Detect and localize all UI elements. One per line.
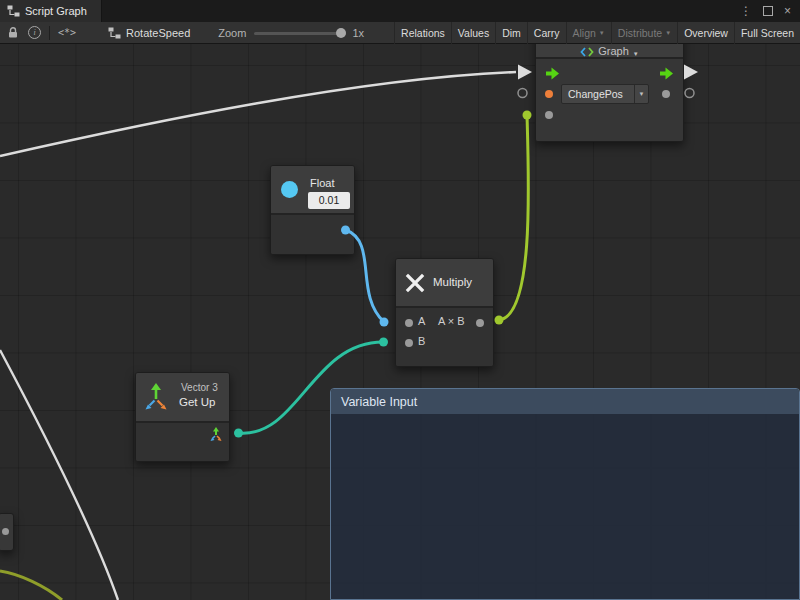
graph-selector-dropdown[interactable]: Graph ▼ bbox=[536, 44, 683, 60]
partial-node[interactable] bbox=[0, 513, 14, 551]
multiply-output-port[interactable] bbox=[495, 316, 504, 325]
visual-scripting-icon bbox=[580, 47, 594, 57]
value-in-port[interactable] bbox=[545, 111, 553, 119]
dim-button[interactable]: Dim bbox=[495, 22, 527, 44]
getup-output-port[interactable] bbox=[234, 429, 243, 438]
graph-canvas[interactable]: Variable Input Graph ▼ bbox=[0, 44, 800, 600]
flow-wire-arrowhead-out bbox=[684, 65, 698, 80]
button-label: Dim bbox=[502, 27, 521, 39]
float-type-icon bbox=[281, 181, 298, 198]
button-label: Carry bbox=[534, 27, 560, 39]
group-title: Variable Input bbox=[341, 395, 417, 409]
float-node[interactable]: Float 0.01 bbox=[270, 165, 355, 255]
button-label: Distribute bbox=[618, 27, 662, 39]
button-label: Align bbox=[573, 27, 596, 39]
multiply-node[interactable]: Multiply A A × B B bbox=[395, 258, 494, 367]
olive-wire bbox=[0, 571, 62, 600]
input-a-port[interactable] bbox=[405, 319, 413, 327]
window-controls: ⋮ × bbox=[740, 0, 800, 22]
changepos-dropdown-value: ChangePos bbox=[562, 85, 634, 103]
graph-breadcrumb[interactable]: RotateSpeed bbox=[108, 27, 190, 39]
graph-name-label: RotateSpeed bbox=[126, 27, 190, 39]
float-node-header: Float 0.01 bbox=[271, 166, 354, 213]
zoom-slider-knob[interactable] bbox=[336, 28, 346, 38]
event-value-connection[interactable] bbox=[523, 111, 532, 120]
code-preview-toggle-icon[interactable]: <*> bbox=[58, 27, 76, 38]
zoom-slider-track[interactable] bbox=[254, 32, 346, 35]
event-node-header: Graph ▼ bbox=[536, 44, 683, 59]
zoom-value: 1x bbox=[352, 27, 364, 39]
float-value-field[interactable]: 0.01 bbox=[308, 192, 350, 209]
float-node-ports bbox=[271, 213, 354, 254]
toolbar-buttons: Relations Values Dim Carry Align ▼ Distr… bbox=[394, 22, 800, 44]
button-label: Overview bbox=[684, 27, 728, 39]
chevron-down-icon: ▼ bbox=[633, 51, 639, 57]
toolbar-separator bbox=[49, 26, 50, 40]
menu-icon[interactable]: ⋮ bbox=[740, 0, 752, 22]
multiply-node-title: Multiply bbox=[433, 276, 472, 288]
variable-input-group[interactable]: Variable Input bbox=[330, 388, 800, 600]
multiply-icon bbox=[405, 273, 425, 293]
group-header[interactable]: Variable Input bbox=[331, 389, 799, 414]
input-b-label: B bbox=[418, 335, 425, 347]
chevron-down-icon: ▼ bbox=[665, 30, 671, 36]
relations-button[interactable]: Relations bbox=[394, 22, 451, 44]
button-label: Relations bbox=[401, 27, 445, 39]
input-b-port[interactable] bbox=[405, 339, 413, 347]
tab-title: Script Graph bbox=[25, 5, 87, 17]
flow-wire-arrowhead-in bbox=[518, 65, 532, 80]
button-label: Full Screen bbox=[741, 27, 794, 39]
graph-asset-icon bbox=[108, 27, 121, 39]
carry-button[interactable]: Carry bbox=[527, 22, 566, 44]
close-icon[interactable]: × bbox=[784, 0, 791, 22]
wire-multiply-to-event bbox=[499, 115, 528, 320]
multiply-b-connection[interactable] bbox=[379, 338, 388, 347]
output-label: A × B bbox=[438, 315, 465, 327]
maximize-icon[interactable] bbox=[763, 6, 773, 16]
unity-visual-scripting-window: Script Graph ⋮ × i <*> RotateSpeed bbox=[0, 0, 800, 600]
values-button[interactable]: Values bbox=[451, 22, 495, 44]
changepos-dropdown[interactable]: ChangePos ▼ bbox=[561, 84, 649, 104]
zoom-label: Zoom bbox=[218, 27, 246, 39]
get-up-node-header: Vector 3 Get Up bbox=[136, 373, 229, 421]
lock-icon[interactable] bbox=[7, 26, 19, 39]
event-unconnected-in-port[interactable] bbox=[518, 89, 527, 98]
distribute-button[interactable]: Distribute ▼ bbox=[611, 22, 677, 44]
button-label: Values bbox=[458, 27, 489, 39]
tab-script-graph[interactable]: Script Graph bbox=[0, 0, 102, 22]
input-a-label: A bbox=[418, 315, 425, 327]
chevron-down-icon: ▼ bbox=[599, 30, 605, 36]
vector3-icon bbox=[143, 381, 169, 413]
event-unconnected-out-port[interactable] bbox=[685, 89, 694, 98]
variable-port[interactable] bbox=[545, 90, 553, 98]
get-up-node-title: Get Up bbox=[179, 396, 215, 408]
overview-button[interactable]: Overview bbox=[677, 22, 734, 44]
multiply-node-header: Multiply bbox=[396, 259, 493, 306]
flow-wire-left bbox=[0, 72, 516, 156]
flow-in-arrow-icon[interactable] bbox=[545, 67, 560, 80]
zoom-slider[interactable] bbox=[254, 28, 346, 38]
get-up-type-label: Vector 3 bbox=[181, 382, 218, 393]
multiply-a-connection[interactable] bbox=[380, 318, 389, 327]
align-button[interactable]: Align ▼ bbox=[566, 22, 611, 44]
value-out-port[interactable] bbox=[662, 90, 670, 98]
chevron-down-icon: ▼ bbox=[634, 85, 648, 103]
script-graph-icon bbox=[7, 5, 20, 17]
graph-selector-label: Graph bbox=[598, 45, 629, 57]
float-node-title: Float bbox=[310, 177, 334, 189]
flow-out-arrow-icon[interactable] bbox=[659, 67, 674, 80]
info-icon[interactable]: i bbox=[28, 26, 41, 39]
full-screen-button[interactable]: Full Screen bbox=[734, 22, 800, 44]
value-port[interactable] bbox=[2, 528, 9, 535]
flow-wire-diagonal bbox=[0, 350, 118, 600]
vector3-mini-icon bbox=[209, 426, 223, 442]
output-port[interactable] bbox=[476, 319, 484, 327]
group-body bbox=[331, 414, 799, 599]
event-node[interactable]: Graph ▼ ChangePos ▼ bbox=[535, 44, 684, 142]
graph-toolbar: i <*> RotateSpeed Zoom 1x Relations Valu… bbox=[0, 22, 800, 44]
get-up-node[interactable]: Vector 3 Get Up bbox=[135, 372, 230, 462]
title-bar: Script Graph ⋮ × bbox=[0, 0, 800, 22]
